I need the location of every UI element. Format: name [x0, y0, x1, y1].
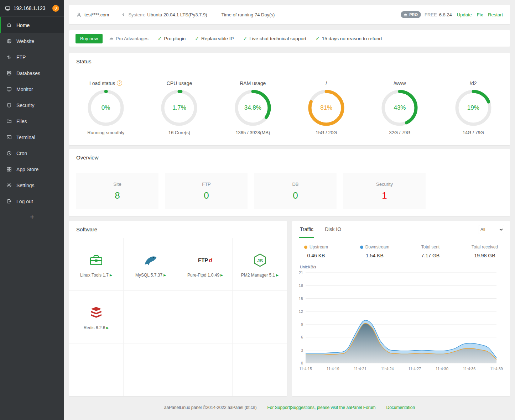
overview-title: Overview [76, 154, 99, 161]
gauge-value: 43% [381, 89, 418, 126]
gauge-sub: 1365 / 3928(MB) [216, 130, 290, 135]
software-empty-cell [124, 291, 178, 343]
software-app-linux-tools-1-7[interactable]: Linux Tools 1.7▶ [69, 238, 124, 291]
gauge-www: /www43%32G / 79G [363, 80, 436, 135]
svg-text:11:4:27: 11:4:27 [408, 367, 421, 371]
software-app-name[interactable]: MySQL 5.7.37▶ [135, 273, 166, 278]
restart-link[interactable]: Restart [488, 12, 503, 17]
svg-text:11:4:15: 11:4:15 [299, 367, 312, 371]
sidebar-item-label: FTP [16, 54, 26, 60]
pro-feature-15-days-no-reason-to-refund: ✓15 days no reason to refund [316, 36, 382, 41]
pro-badge[interactable]: PRO [401, 11, 421, 18]
software-app-redis-6-2-6[interactable]: Redis 6.2.6▶ [69, 291, 124, 343]
sidebar-item-cron[interactable]: Cron [0, 145, 64, 161]
sidebar-item-website[interactable]: Website [0, 33, 64, 49]
system-label: System: [128, 12, 145, 17]
documentation-link[interactable]: Documentation [386, 405, 415, 410]
gauge-ring: 0% [87, 89, 124, 126]
main-content: test****.com System: Ubuntu 20.04.1 LTS(… [64, 0, 515, 420]
svg-text:11:4:30: 11:4:30 [436, 367, 448, 371]
sidebar-item-settings[interactable]: Settings [0, 177, 64, 193]
software-app-name[interactable]: Linux Tools 1.7▶ [80, 273, 112, 278]
terminal-icon [6, 135, 12, 140]
pro-feature-live-chat-technical-support: ✓Live chat technical support [243, 36, 307, 41]
software-app-pure-ftpd-1-0-49[interactable]: FTPdPure-Ftpd 1.0.49▶ [178, 238, 233, 291]
gauge-sub: 15G / 20G [290, 130, 363, 135]
sidebar-item-label: Terminal [16, 135, 35, 140]
traffic-range-select[interactable]: All [479, 225, 504, 234]
monitor-icon [6, 86, 12, 92]
user-icon [76, 12, 82, 17]
pure-ftpd-icon: FTPd [197, 251, 214, 269]
sidebar-item-databases[interactable]: Databases [0, 65, 64, 81]
overview-box-security[interactable]: Security1 [343, 173, 426, 209]
software-app-name[interactable]: Pure-Ftpd 1.0.49▶ [187, 273, 223, 278]
gauge-d2: /d219%14G / 79G [437, 80, 510, 135]
play-icon: ▶ [220, 273, 223, 277]
promo-bar: Buy now Pro Advantages ✓Pro plugin✓Repla… [69, 30, 510, 47]
server-info[interactable]: 192.168.1.123 0 [0, 0, 64, 16]
svg-text:18: 18 [299, 283, 303, 288]
copyright-text: aaPanelLinux panel ©2014-2022 aaPanel (b… [164, 405, 257, 410]
gauge-label: RAM usage [240, 80, 266, 86]
overview-box-db[interactable]: DB0 [254, 173, 337, 209]
gauge-label: /d2 [470, 80, 477, 86]
fix-link[interactable]: Fix [477, 12, 483, 17]
overview-value: 0 [204, 190, 209, 201]
software-app-mysql-5-7-37[interactable]: MySQL 5.7.37▶ [124, 238, 178, 291]
status-card: Status Load status?0%Running smoothlyCPU… [69, 53, 510, 145]
license-text: FREE [425, 12, 437, 17]
pro-advantages-label: Pro Advantages [116, 36, 149, 41]
computer-icon [5, 6, 10, 11]
sidebar-item-label: Cron [16, 151, 27, 156]
software-app-name[interactable]: PM2 Manager 5.1▶ [241, 273, 279, 278]
sidebar-item-label: Monitor [16, 86, 33, 92]
toolbox-icon [89, 251, 104, 269]
svg-text:15: 15 [299, 296, 303, 301]
svg-text:11:4:24: 11:4:24 [381, 367, 394, 371]
legend-label: Total received [472, 245, 498, 250]
check-icon: ✓ [316, 36, 320, 41]
software-empty-cell [124, 343, 178, 396]
tab-traffic[interactable]: Traffic [299, 221, 314, 238]
gauge-sub: 14G / 79G [437, 130, 510, 135]
overview-box-site[interactable]: Site8 [76, 173, 158, 209]
legend-upstream: Upstream0.46 KB [304, 245, 328, 258]
update-link[interactable]: Update [457, 12, 472, 17]
ftp-icon [6, 54, 12, 60]
account-link[interactable]: test****.com [84, 12, 109, 17]
gauge-sub: Running smoothly [69, 130, 142, 135]
buy-now-button[interactable]: Buy now [76, 34, 103, 43]
gauge-label: CPU usage [167, 80, 192, 86]
message-count-badge[interactable]: 0 [52, 5, 59, 12]
tab-disk-io[interactable]: Disk IO [324, 221, 342, 238]
server-ip: 192.168.1.123 [14, 5, 46, 11]
svg-text:JS: JS [257, 258, 263, 263]
svg-text:FTP: FTP [198, 257, 208, 263]
sidebar-item-monitor[interactable]: Monitor [0, 81, 64, 97]
gauge-ring: 1.7% [161, 89, 198, 126]
forum-link[interactable]: For Support|Suggestions, please visit th… [267, 405, 376, 410]
security-icon [6, 103, 12, 108]
help-icon[interactable]: ? [117, 80, 122, 86]
gauge-value: 34.8% [234, 89, 271, 126]
software-app-name[interactable]: Redis 6.2.6▶ [84, 325, 109, 330]
legend-value: 19.98 GB [474, 253, 495, 258]
overview-card: Overview Site8FTP0DB0Security1 [69, 149, 510, 216]
sidebar-item-terminal[interactable]: Terminal [0, 129, 64, 145]
legend-value: 0.46 KB [307, 253, 325, 258]
legend-label: Downstream [365, 245, 389, 250]
sidebar-item-label: Home [16, 22, 30, 28]
settings-icon [6, 183, 12, 188]
overview-box-ftp[interactable]: FTP0 [165, 173, 248, 209]
sidebar-item-ftp[interactable]: FTP [0, 49, 64, 65]
sidebar-item-home[interactable]: Home [0, 17, 64, 33]
sidebar-add-button[interactable]: + [0, 209, 64, 225]
software-app-pm2-manager-5-1[interactable]: JSPM2 Manager 5.1▶ [233, 238, 287, 291]
sidebar-item-log-out[interactable]: Log out [0, 193, 64, 209]
sidebar-item-files[interactable]: Files [0, 113, 64, 129]
cron-icon [6, 151, 12, 156]
sidebar-item-app-store[interactable]: App Store [0, 161, 64, 177]
sidebar-item-security[interactable]: Security [0, 97, 64, 113]
software-empty-cell [178, 291, 233, 343]
